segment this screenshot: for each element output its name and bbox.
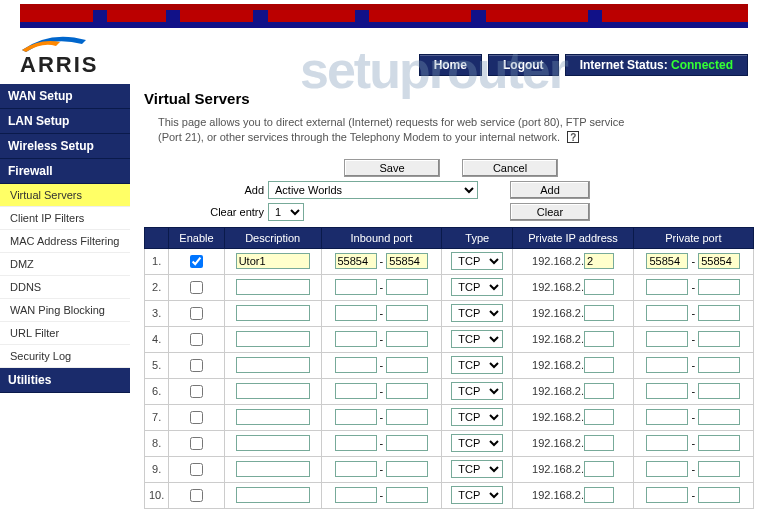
private-from-input[interactable] <box>646 409 688 425</box>
type-select[interactable]: TCP <box>451 434 503 452</box>
inbound-from-input[interactable] <box>335 461 377 477</box>
inbound-to-input[interactable] <box>386 253 428 269</box>
private-to-input[interactable] <box>698 383 740 399</box>
inbound-from-input[interactable] <box>335 279 377 295</box>
private-to-input[interactable] <box>698 409 740 425</box>
ip-suffix-input[interactable] <box>584 279 614 295</box>
sidebar-item[interactable]: WAN Ping Blocking <box>0 299 130 322</box>
sidebar-item[interactable]: MAC Address Filtering <box>0 230 130 253</box>
private-from-input[interactable] <box>646 383 688 399</box>
sidebar-item[interactable]: Security Log <box>0 345 130 368</box>
ip-suffix-input[interactable] <box>584 461 614 477</box>
clear-entry-select[interactable]: 1 <box>268 203 304 221</box>
enable-checkbox[interactable] <box>190 359 203 372</box>
enable-checkbox[interactable] <box>190 385 203 398</box>
save-button[interactable]: Save <box>344 159 440 177</box>
inbound-from-input[interactable] <box>335 383 377 399</box>
type-select[interactable]: TCP <box>451 382 503 400</box>
inbound-to-input[interactable] <box>386 461 428 477</box>
ip-suffix-input[interactable] <box>584 409 614 425</box>
inbound-to-input[interactable] <box>386 357 428 373</box>
private-from-input[interactable] <box>646 487 688 503</box>
type-select[interactable]: TCP <box>451 460 503 478</box>
type-select[interactable]: TCP <box>451 408 503 426</box>
private-from-input[interactable] <box>646 279 688 295</box>
sidebar-section[interactable]: WAN Setup <box>0 84 130 109</box>
description-input[interactable] <box>236 253 310 269</box>
private-to-input[interactable] <box>698 279 740 295</box>
nav-logout[interactable]: Logout <box>488 54 559 76</box>
description-input[interactable] <box>236 487 310 503</box>
inbound-from-input[interactable] <box>335 357 377 373</box>
inbound-from-input[interactable] <box>335 331 377 347</box>
sidebar-item[interactable]: DMZ <box>0 253 130 276</box>
ip-suffix-input[interactable] <box>584 435 614 451</box>
description-input[interactable] <box>236 279 310 295</box>
type-select[interactable]: TCP <box>451 304 503 322</box>
type-select[interactable]: TCP <box>451 356 503 374</box>
inbound-to-input[interactable] <box>386 383 428 399</box>
ip-suffix-input[interactable] <box>584 357 614 373</box>
private-from-input[interactable] <box>646 435 688 451</box>
inbound-from-input[interactable] <box>335 305 377 321</box>
inbound-to-input[interactable] <box>386 305 428 321</box>
private-from-input[interactable] <box>646 357 688 373</box>
cancel-button[interactable]: Cancel <box>462 159 558 177</box>
sidebar-section[interactable]: Utilities <box>0 368 130 393</box>
inbound-to-input[interactable] <box>386 435 428 451</box>
inbound-to-input[interactable] <box>386 487 428 503</box>
type-select[interactable]: TCP <box>451 278 503 296</box>
ip-suffix-input[interactable] <box>584 253 614 269</box>
sidebar-item[interactable]: URL Filter <box>0 322 130 345</box>
private-to-input[interactable] <box>698 357 740 373</box>
description-input[interactable] <box>236 409 310 425</box>
description-input[interactable] <box>236 357 310 373</box>
description-input[interactable] <box>236 435 310 451</box>
description-input[interactable] <box>236 461 310 477</box>
add-button[interactable]: Add <box>510 181 590 199</box>
type-select[interactable]: TCP <box>451 486 503 504</box>
inbound-to-input[interactable] <box>386 279 428 295</box>
private-from-input[interactable] <box>646 331 688 347</box>
description-input[interactable] <box>236 383 310 399</box>
inbound-to-input[interactable] <box>386 331 428 347</box>
private-to-input[interactable] <box>698 461 740 477</box>
inbound-to-input[interactable] <box>386 409 428 425</box>
sidebar-item[interactable]: Client IP Filters <box>0 207 130 230</box>
inbound-from-input[interactable] <box>335 253 377 269</box>
type-select[interactable]: TCP <box>451 330 503 348</box>
private-to-input[interactable] <box>698 487 740 503</box>
enable-checkbox[interactable] <box>190 411 203 424</box>
private-to-input[interactable] <box>698 435 740 451</box>
private-from-input[interactable] <box>646 461 688 477</box>
enable-checkbox[interactable] <box>190 255 203 268</box>
sidebar-item[interactable]: DDNS <box>0 276 130 299</box>
enable-checkbox[interactable] <box>190 307 203 320</box>
enable-checkbox[interactable] <box>190 281 203 294</box>
private-to-input[interactable] <box>698 331 740 347</box>
type-select[interactable]: TCP <box>451 252 503 270</box>
ip-suffix-input[interactable] <box>584 383 614 399</box>
sidebar-section[interactable]: Firewall <box>0 159 130 184</box>
sidebar-section[interactable]: LAN Setup <box>0 109 130 134</box>
clear-button[interactable]: Clear <box>510 203 590 221</box>
inbound-from-input[interactable] <box>335 487 377 503</box>
enable-checkbox[interactable] <box>190 463 203 476</box>
ip-suffix-input[interactable] <box>584 487 614 503</box>
private-to-input[interactable] <box>698 253 740 269</box>
sidebar-section[interactable]: Wireless Setup <box>0 134 130 159</box>
private-to-input[interactable] <box>698 305 740 321</box>
enable-checkbox[interactable] <box>190 333 203 346</box>
inbound-from-input[interactable] <box>335 409 377 425</box>
nav-home[interactable]: Home <box>419 54 482 76</box>
inbound-from-input[interactable] <box>335 435 377 451</box>
private-from-input[interactable] <box>646 305 688 321</box>
enable-checkbox[interactable] <box>190 489 203 502</box>
enable-checkbox[interactable] <box>190 437 203 450</box>
help-icon[interactable]: ? <box>567 131 579 143</box>
private-from-input[interactable] <box>646 253 688 269</box>
add-service-select[interactable]: Active Worlds <box>268 181 478 199</box>
ip-suffix-input[interactable] <box>584 331 614 347</box>
description-input[interactable] <box>236 305 310 321</box>
sidebar-item[interactable]: Virtual Servers <box>0 184 130 207</box>
